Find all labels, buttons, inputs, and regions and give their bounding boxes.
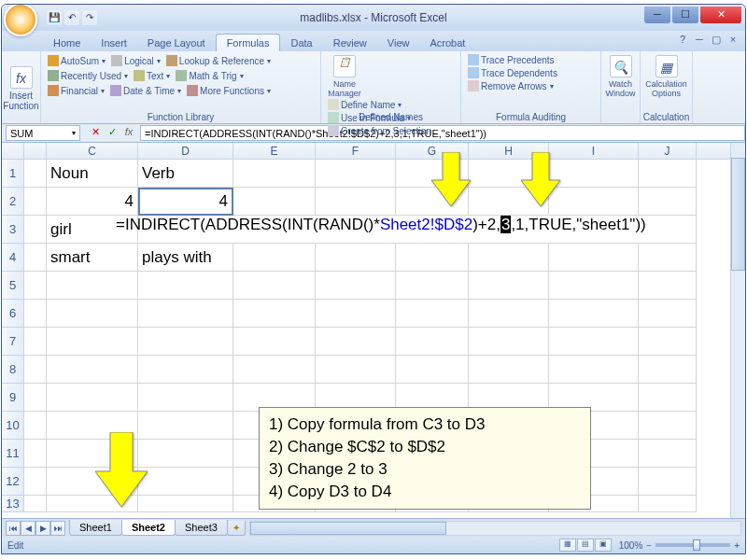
zoom-out-button[interactable]: − <box>646 540 652 551</box>
tab-nav-first[interactable]: ⏮ <box>6 521 21 536</box>
cell[interactable] <box>639 356 697 384</box>
cell[interactable] <box>24 496 47 512</box>
tab-data[interactable]: Data <box>280 35 322 51</box>
cell[interactable] <box>396 244 469 272</box>
cell[interactable] <box>549 356 639 384</box>
row-header[interactable]: 5 <box>2 272 24 300</box>
row-header[interactable]: 7 <box>2 328 24 356</box>
row-header[interactable]: 3 <box>2 216 24 244</box>
cell[interactable] <box>24 384 47 412</box>
cell[interactable] <box>549 272 639 300</box>
cell[interactable] <box>396 300 469 328</box>
date-time-button[interactable]: Date & Time▾ <box>108 84 183 97</box>
sheet-tab-1[interactable]: Sheet1 <box>69 520 122 536</box>
cell[interactable] <box>233 272 316 300</box>
cell[interactable] <box>233 328 316 356</box>
create-selection-button[interactable]: Create from Selection <box>326 124 456 137</box>
undo-icon[interactable]: ↶ <box>64 10 79 25</box>
zoom-level[interactable]: 100% <box>619 540 643 551</box>
cell[interactable] <box>639 216 697 244</box>
trace-precedents-button[interactable]: Trace Precedents <box>466 53 596 66</box>
cell[interactable] <box>316 328 396 356</box>
tab-nav-next[interactable]: ▶ <box>35 521 50 536</box>
doc-restore-icon[interactable]: ▢ <box>710 33 723 46</box>
cell[interactable] <box>639 328 697 356</box>
cell[interactable] <box>233 300 316 328</box>
redo-icon[interactable]: ↷ <box>82 10 97 25</box>
cell[interactable] <box>47 272 138 300</box>
tab-view[interactable]: View <box>377 35 420 51</box>
view-normal-icon[interactable]: ▦ <box>559 539 576 552</box>
cell[interactable] <box>24 356 47 384</box>
save-icon[interactable]: 💾 <box>47 10 62 25</box>
col-header[interactable] <box>24 143 47 159</box>
insert-function-icon[interactable]: fx <box>10 66 33 89</box>
close-button[interactable]: ✕ <box>700 7 741 23</box>
vertical-scrollbar[interactable] <box>730 143 745 518</box>
cell[interactable] <box>233 160 316 188</box>
cell[interactable] <box>469 328 549 356</box>
cell[interactable] <box>316 356 396 384</box>
office-button[interactable] <box>4 4 37 36</box>
cell[interactable] <box>24 328 47 356</box>
cell[interactable] <box>24 412 47 440</box>
col-header[interactable]: E <box>233 143 316 159</box>
cell[interactable] <box>639 468 697 496</box>
cell[interactable] <box>549 244 639 272</box>
new-sheet-button[interactable]: ✦ <box>227 521 246 536</box>
cell[interactable] <box>24 160 47 188</box>
zoom-thumb[interactable] <box>693 539 700 551</box>
cell[interactable] <box>549 300 639 328</box>
scrollbar-thumb[interactable] <box>731 158 745 271</box>
tab-formulas[interactable]: Formulas <box>216 34 281 51</box>
more-functions-button[interactable]: More Functions▾ <box>185 84 273 97</box>
cell[interactable] <box>639 384 697 412</box>
row-header[interactable]: 2 <box>2 188 24 216</box>
cell[interactable] <box>639 188 697 216</box>
math-button[interactable]: Math & Trig▾ <box>174 69 245 82</box>
cell[interactable] <box>24 272 47 300</box>
view-layout-icon[interactable]: ▤ <box>577 539 594 552</box>
cell[interactable] <box>24 216 47 244</box>
cancel-formula-icon[interactable]: ✕ <box>88 126 103 141</box>
row-header[interactable]: 1 <box>2 160 24 188</box>
cell[interactable] <box>233 188 316 216</box>
cell[interactable] <box>138 328 233 356</box>
text-button[interactable]: Text▾ <box>132 69 172 82</box>
cell[interactable] <box>138 272 233 300</box>
tab-home[interactable]: Home <box>43 35 91 51</box>
help-icon[interactable]: ? <box>676 33 689 46</box>
col-header[interactable]: F <box>316 143 396 159</box>
cell[interactable] <box>138 384 233 412</box>
col-header[interactable]: C <box>47 143 138 159</box>
autosum-button[interactable]: AutoSum▾ <box>46 54 107 67</box>
cell[interactable] <box>469 244 549 272</box>
cell[interactable] <box>138 468 233 496</box>
cell[interactable] <box>47 384 138 412</box>
cell[interactable] <box>639 272 697 300</box>
select-all-button[interactable] <box>2 143 24 159</box>
col-header[interactable]: I <box>549 143 639 159</box>
cell[interactable] <box>24 188 47 216</box>
watch-window-icon[interactable]: 🔍 <box>610 55 632 77</box>
trace-dependents-button[interactable]: Trace Dependents <box>466 66 596 79</box>
cell-formula-overlay[interactable]: =INDIRECT(ADDRESS(INT(RAND()*Sheet2!$D$2… <box>116 216 646 234</box>
financial-button[interactable]: Financial▾ <box>46 84 106 97</box>
cell-D4[interactable]: plays with <box>138 244 233 272</box>
cell[interactable] <box>549 160 639 188</box>
doc-close-icon[interactable]: × <box>726 33 740 46</box>
sheet-tab-2[interactable]: Sheet2 <box>121 520 176 536</box>
lookup-button[interactable]: Lookup & Reference▾ <box>164 54 273 67</box>
fx-icon[interactable]: fx <box>121 126 136 141</box>
cell[interactable] <box>138 412 233 440</box>
cell[interactable] <box>469 356 549 384</box>
tab-insert[interactable]: Insert <box>91 35 137 51</box>
tab-nav-prev[interactable]: ◀ <box>21 521 35 536</box>
name-box[interactable]: SUM▾ <box>6 125 80 141</box>
minimize-button[interactable]: ─ <box>644 7 670 23</box>
cell[interactable] <box>24 468 47 496</box>
remove-arrows-button[interactable]: Remove Arrows▾ <box>466 79 596 92</box>
cell-C4[interactable]: smart <box>47 244 138 272</box>
tab-review[interactable]: Review <box>323 35 377 51</box>
cell[interactable] <box>316 244 396 272</box>
